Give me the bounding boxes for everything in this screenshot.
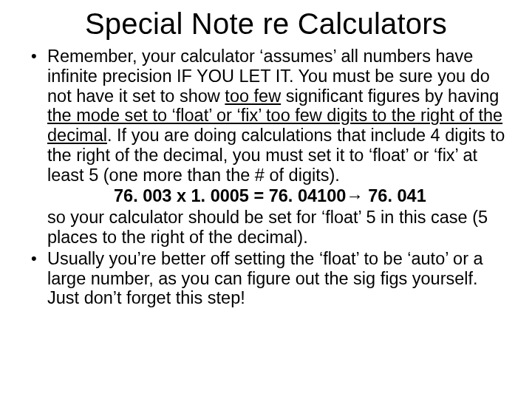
bullet-1-text-c: . If you are doing calculations that inc…: [47, 126, 505, 185]
bullet-1-continuation: so your calculator should be set for ‘fl…: [47, 208, 510, 248]
equation: 76. 003 x 1. 0005 = 76. 04100→ 76. 041: [47, 186, 510, 206]
bullet-1: Remember, your calculator ‘assumes’ all …: [47, 47, 510, 248]
slide-body: Remember, your calculator ‘assumes’ all …: [22, 47, 510, 308]
slide-title: Special Note re Calculators: [22, 7, 510, 41]
bullet-1-text-b: significant figures by having: [281, 86, 499, 106]
bullet-2: Usually you’re better off setting the ‘f…: [47, 249, 510, 308]
bullet-1-underline-1: too few: [225, 86, 281, 106]
slide: Special Note re Calculators Remember, yo…: [0, 0, 532, 399]
